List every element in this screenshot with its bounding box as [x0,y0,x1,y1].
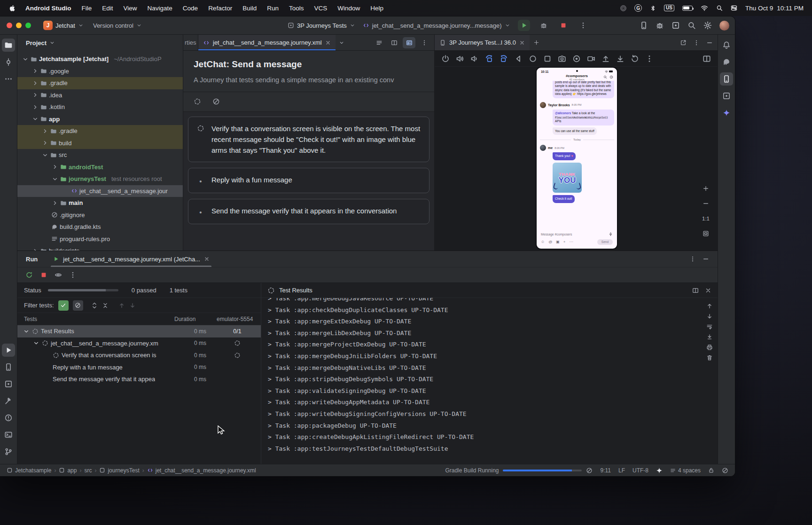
menu-navigate[interactable]: Navigate [148,5,172,12]
image-icon[interactable]: ▣ [556,240,560,244]
test-row-test-results[interactable]: Test Results0 ms0/1 [17,325,261,337]
save-file-icon[interactable] [616,55,625,63]
emulator-screen[interactable]: 10:11 #composers 42 members [536,67,618,250]
home-icon[interactable] [529,55,537,63]
notifications-icon[interactable] [720,39,733,52]
column-tests[interactable]: Tests [17,316,174,322]
rotate-right-icon[interactable] [500,55,508,63]
journey-running-icon[interactable] [194,98,201,105]
stop-icon[interactable] [40,271,47,279]
show-ignored-toggle[interactable] [73,300,83,311]
test-row-jet-chat-send-a-message-journey-xm[interactable]: jet_chat__send_a_message.journey.xm0 ms [17,337,261,350]
tree-item-src[interactable]: src [17,149,183,161]
settings-icon[interactable] [703,21,712,30]
tree-item-proguard-rules-pro[interactable]: proguard-rules.pro [17,233,183,245]
close-device-tab-icon[interactable] [519,40,525,46]
console-layout-icon[interactable] [692,287,699,294]
window-minimize-button[interactable] [16,23,22,28]
record-indicator-icon[interactable] [620,5,626,11]
indent-widget[interactable]: 4 spaces [670,467,701,474]
lock-icon[interactable] [708,467,714,473]
apple-icon[interactable] [8,5,15,11]
project-widget[interactable]: J Jetchat [43,21,84,30]
message-list[interactable]: looked at the JetNews sample? Most blog … [537,81,617,230]
attach-icon[interactable]: + [563,240,566,244]
breadcrumb-journeystest[interactable]: journeysTest [99,467,139,474]
editor-options-icon[interactable] [418,37,430,48]
build-icon[interactable] [2,394,15,407]
menu-help[interactable]: Help [370,5,383,12]
more-actions-button[interactable] [577,20,589,31]
test-row-reply-with-a-fun-message[interactable]: Reply with a fun message0 ms [17,361,261,374]
tree-item-idea[interactable]: .idea [17,89,183,102]
control-center-icon[interactable] [731,5,737,11]
expand-all-icon[interactable] [91,302,98,309]
breadcrumb-src[interactable]: src [84,467,92,474]
run-button[interactable] [518,20,530,31]
open-in-window-icon[interactable] [680,39,687,46]
screen-record-icon[interactable] [572,55,581,63]
menu-tools[interactable]: Tools [289,5,304,12]
tree-item-google[interactable]: .google [17,65,183,78]
rerun-icon[interactable] [25,271,33,279]
tree-item-gradle[interactable]: .gradle [17,77,183,89]
zoom-ratio-button[interactable]: 1:1 [700,213,712,224]
tree-item-gitignore[interactable]: .gitignore [17,209,183,221]
device-explorer-icon[interactable] [720,89,733,102]
more-icon[interactable] [645,55,654,63]
cancel-build-icon[interactable] [586,467,593,474]
google-g-icon[interactable]: G [634,4,642,12]
soft-wrap-icon[interactable] [706,323,713,330]
tree-item-kotlin[interactable]: .kotlin [17,101,183,113]
project-panel-title[interactable]: Project [26,39,47,47]
rotate-left-icon[interactable] [485,55,493,63]
zoom-in-button[interactable] [700,183,712,194]
file-encoding[interactable]: UTF-8 [632,467,648,474]
add-device-button[interactable] [530,35,544,50]
tree-item-journeystest[interactable]: journeysTesttest resources root [17,173,183,185]
line-ending[interactable]: LF [618,467,625,474]
fit-screen-button[interactable] [700,228,712,239]
tree-item-main[interactable]: main [17,197,183,209]
scroll-to-end-icon[interactable] [706,334,713,340]
terminal-icon[interactable] [2,428,15,441]
journey-cancel-icon[interactable] [212,98,220,105]
record-video-icon[interactable] [587,55,595,63]
tree-item-build-gradle-kts[interactable]: build.gradle.kts [17,221,183,233]
menu-refactor[interactable]: Refactor [208,5,232,12]
previous-failed-icon[interactable] [118,302,125,309]
print-icon[interactable] [706,344,713,351]
active-editor-tab[interactable]: jet_chat__send_a_message.journey.xml [198,35,336,50]
run-panel-title[interactable]: Run [26,256,38,263]
tree-item-jetchatsample-jetchat[interactable]: Jetchatsample [Jetchat]~/AndroidStudioP [17,53,183,65]
overview-icon[interactable] [543,55,552,63]
close-tab-icon[interactable] [325,40,331,46]
profiler-icon[interactable] [656,21,664,30]
power-icon[interactable] [441,55,450,63]
column-device[interactable]: emulator-5554 [214,316,261,322]
run-icon[interactable] [2,344,15,357]
screenshot-icon[interactable] [558,55,566,63]
journey-step-3[interactable]: •Send the message verify that it appears… [188,199,429,224]
device-manager-icon[interactable] [640,21,648,30]
input-source-badge[interactable]: US [664,5,674,11]
design-view-toggle[interactable] [403,37,415,48]
run-configuration-widget[interactable]: 3P Journeys Tests [288,22,355,29]
window-close-button[interactable] [7,23,12,28]
menubar-clock[interactable]: Thu Oct 910:11 PM [745,5,804,12]
breadcrumb-jetchatsample[interactable]: Jetchatsample [7,467,51,474]
inspections-icon[interactable] [722,467,728,474]
column-duration[interactable]: Duration [174,316,214,322]
window-zoom-button[interactable] [25,23,31,28]
tree-item-jet-chat-send-a-message-jour[interactable]: jet_chat__send_a_message.jour [17,185,183,197]
wifi-icon[interactable] [701,4,708,12]
journey-step-1[interactable]: Verify that a conversation screen is vis… [188,117,429,162]
breadcrumb-jet-chat-send-a-message-journey-xml[interactable]: jet_chat__send_a_message.journey.xml [147,467,256,474]
tree-item-app[interactable]: app [17,113,183,125]
more-tools-icon[interactable] [671,21,680,30]
gradle-progress-widget[interactable]: Gradle Build Running [445,467,593,474]
test-row-verify-that-a-conversation-screen-is[interactable]: Verify that a conversation screen is0 ms [17,349,261,361]
running-devices-icon[interactable] [720,72,733,86]
tree-item-androidtest[interactable]: androidTest [17,161,183,173]
volume-up-icon[interactable] [456,55,464,63]
